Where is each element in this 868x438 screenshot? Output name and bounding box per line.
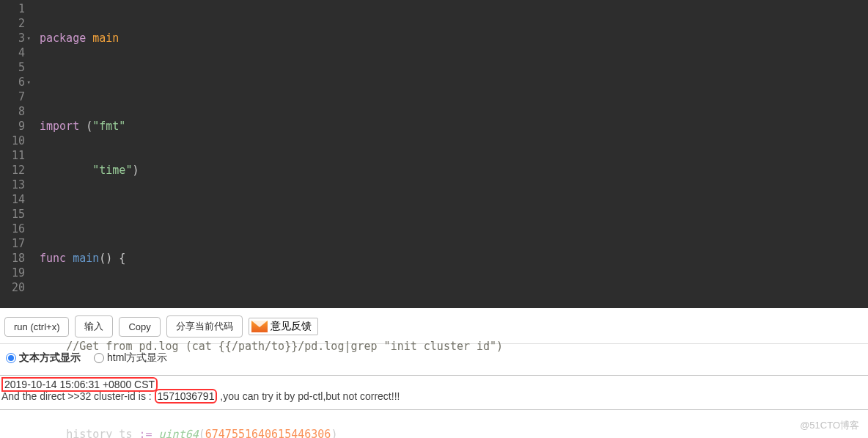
watermark: @51CTO博客 bbox=[800, 419, 859, 432]
output-cluster-id: 1571036791 bbox=[155, 389, 218, 404]
keyword: package bbox=[40, 32, 86, 45]
code-area[interactable]: package main import ("fmt" "time") func … bbox=[32, 0, 868, 308]
radio-html-mode[interactable] bbox=[94, 353, 104, 363]
output-panel: 2019-10-14 15:06:31 +0800 CST And the di… bbox=[0, 375, 868, 410]
output-text: And the direct >>32 cluster-id is : bbox=[1, 390, 155, 402]
keyword: func bbox=[40, 252, 66, 265]
pkg-name: main bbox=[92, 32, 119, 45]
radio-text-mode[interactable] bbox=[6, 353, 16, 363]
line-gutter: 1234567891011121314151617181920 bbox=[0, 0, 32, 308]
string: "fmt" bbox=[92, 120, 125, 133]
output-timestamp: 2019-10-14 15:06:31 +0800 CST bbox=[1, 377, 158, 392]
comment: //Get from pd.log (cat {{/path/to}}/pd.l… bbox=[66, 340, 503, 353]
type: uint64 bbox=[159, 428, 199, 438]
code-editor[interactable]: 1234567891011121314151617181920 package … bbox=[0, 0, 868, 308]
func-name: main bbox=[73, 252, 99, 265]
output-text: ,you can try it by pd-ctl,but not correc… bbox=[217, 390, 400, 402]
mail-icon bbox=[251, 321, 268, 332]
keyword: import bbox=[40, 120, 79, 133]
string: "time" bbox=[92, 164, 132, 177]
